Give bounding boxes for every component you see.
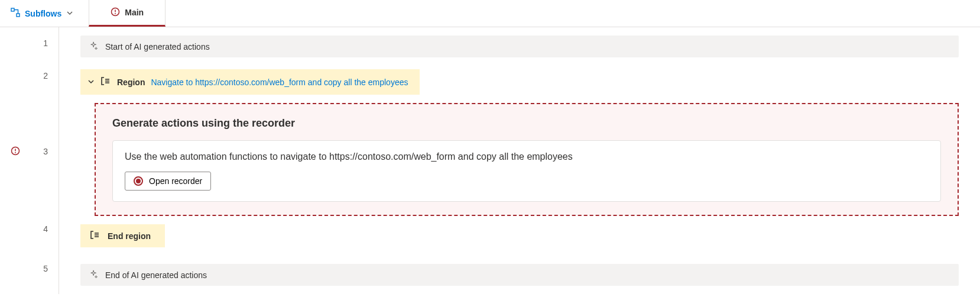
line-number: 4 <box>0 211 59 247</box>
action-region[interactable]: Region Navigate to https://contoso.com/w… <box>80 69 420 95</box>
region-icon <box>100 76 111 88</box>
open-recorder-button[interactable]: Open recorder <box>125 172 211 191</box>
main-panel: Start of AI generated actions Region Nav… <box>59 27 980 294</box>
subflows-label: Subflows <box>25 9 61 18</box>
recorder-description: Use the web automation functions to navi… <box>125 151 929 162</box>
action-end-region[interactable]: End region <box>80 224 165 247</box>
chevron-down-icon[interactable] <box>87 78 95 87</box>
svg-rect-1 <box>17 14 20 17</box>
recorder-title: Generate actions using the recorder <box>112 117 941 130</box>
region-label: Region <box>117 78 145 87</box>
record-icon <box>134 176 143 186</box>
svg-rect-0 <box>11 8 14 11</box>
error-icon <box>11 146 20 157</box>
content-area: 1 2 3 4 5 Start of AI generated actions <box>0 27 980 294</box>
tab-main[interactable]: Main <box>89 0 166 27</box>
chevron-down-icon <box>66 9 73 18</box>
line-number: 5 <box>0 247 59 290</box>
subflows-dropdown[interactable]: Subflows <box>0 0 84 27</box>
line-gutter: 1 2 3 4 5 <box>0 27 59 294</box>
line-number: 1 <box>0 27 59 59</box>
action-label: End of AI generated actions <box>105 270 207 280</box>
end-region-label: End region <box>108 231 151 241</box>
recorder-card: Use the web automation functions to navi… <box>112 140 941 202</box>
svg-point-7 <box>15 152 16 153</box>
region-description-link[interactable]: Navigate to https://contoso.com/web_form… <box>151 78 408 87</box>
error-icon <box>111 7 120 18</box>
action-label: Start of AI generated actions <box>105 42 210 51</box>
line-number: 2 <box>0 59 59 92</box>
flow-icon <box>11 8 20 19</box>
recorder-placeholder: Generate actions using the recorder Use … <box>95 103 959 216</box>
region-icon <box>90 230 100 241</box>
tab-main-label: Main <box>125 8 144 17</box>
line-number: 3 <box>0 92 59 211</box>
open-recorder-label: Open recorder <box>149 176 202 186</box>
action-end-ai[interactable]: End of AI generated actions <box>80 264 959 286</box>
sparkle-icon <box>90 41 98 51</box>
action-start-ai[interactable]: Start of AI generated actions <box>80 36 959 57</box>
sparkle-icon <box>90 270 98 280</box>
top-bar: Subflows Main <box>0 0 980 27</box>
svg-point-4 <box>115 13 116 14</box>
